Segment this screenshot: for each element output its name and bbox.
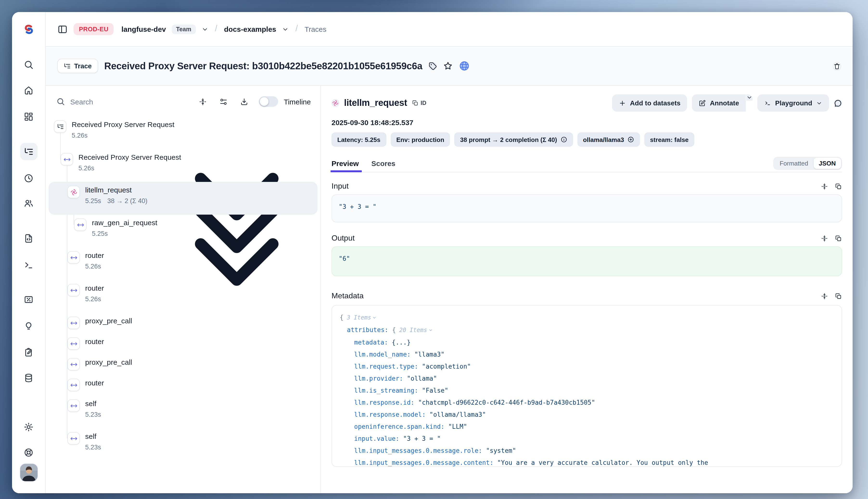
copy-icon[interactable] <box>835 234 842 242</box>
breadcrumb-divider: / <box>215 24 217 34</box>
sidebar-item-prompts[interactable] <box>20 230 37 247</box>
user-avatar[interactable] <box>20 464 37 481</box>
sidebar-item-datasets[interactable] <box>20 369 37 386</box>
generation-icon <box>70 188 77 196</box>
copy-icon <box>412 100 419 106</box>
trace-header: Trace Received Proxy Server Request: b30… <box>46 47 853 86</box>
tree-node-proxy-pre-call[interactable]: proxy_pre_call <box>49 313 318 333</box>
json-brace: { <box>340 314 344 321</box>
input-value: "3 + 3 = " <box>331 194 842 222</box>
playground-button[interactable]: Playground <box>757 94 829 112</box>
json-row: attributes: {20 Items <box>340 324 834 336</box>
org-type-badge: Team <box>172 24 196 34</box>
sidebar-item-support[interactable] <box>20 444 37 461</box>
sidebar-item-traces[interactable] <box>20 143 37 160</box>
langfuse-logo[interactable] <box>12 12 46 47</box>
trace-icon <box>57 123 64 130</box>
project-chevron-down-icon[interactable] <box>282 26 289 33</box>
datasets-icon <box>24 373 34 383</box>
span-icon <box>70 402 77 409</box>
org-name[interactable]: langfuse-dev <box>122 25 166 33</box>
tree-node-proxy-pre-call[interactable]: proxy_pre_call <box>49 354 318 375</box>
span-icon <box>70 287 77 294</box>
display-settings-icon[interactable] <box>219 97 228 106</box>
metadata-section-header: Metadata <box>331 292 842 300</box>
copy-id-button[interactable]: ID <box>412 100 426 106</box>
star-icon[interactable] <box>443 61 453 71</box>
json-key: llm.input_messages.0.message.role: <box>354 447 482 454</box>
tab-preview[interactable]: Preview <box>331 155 359 172</box>
sidebar-item-home[interactable] <box>20 81 37 99</box>
terminal-icon <box>764 99 771 107</box>
json-key: metadata: <box>354 339 388 346</box>
format-option-json[interactable]: JSON <box>814 158 841 169</box>
observation-badge: Env: production <box>390 132 450 147</box>
format-option-formatted[interactable]: Formatted <box>774 158 814 169</box>
tree-node-router[interactable]: router5.26s <box>49 280 318 313</box>
sidebar-item-dashboard[interactable] <box>20 108 37 125</box>
sidebar-item-search[interactable] <box>20 56 37 73</box>
tree-node-self[interactable]: self5.23s <box>49 428 318 461</box>
json-key: llm.request.type: <box>354 363 418 370</box>
json-brace: { <box>392 326 396 333</box>
sidebar-item-evaluation[interactable] <box>20 291 37 308</box>
tree-node-self[interactable]: self5.23s <box>49 395 318 428</box>
ideas-icon <box>24 321 34 331</box>
observation-badge: Latency: 5.25s <box>331 132 386 147</box>
metadata-label: Metadata <box>331 292 364 300</box>
span-icon <box>70 254 77 261</box>
sidebar-item-users[interactable] <box>20 194 37 212</box>
fold-vertical-icon[interactable] <box>821 292 828 300</box>
node-duration: 5.26s <box>72 131 88 140</box>
panel-left-icon[interactable] <box>57 24 68 34</box>
sidebar-item-ideas[interactable] <box>20 317 37 334</box>
json-collapse-hint[interactable]: 20 Items <box>399 327 433 333</box>
project-name[interactable]: docs-examples <box>224 25 276 33</box>
tree-node-received-proxy-server-request[interactable]: Received Proxy Server Request5.26s <box>49 149 318 182</box>
tab-scores[interactable]: Scores <box>371 155 395 172</box>
chevron-down-icon <box>816 100 822 106</box>
fold-vertical-icon[interactable] <box>821 183 828 190</box>
annotate-dropdown-chevron[interactable] <box>746 94 753 100</box>
globe-icon[interactable] <box>459 61 469 71</box>
tree-node-raw-gen-ai-request[interactable]: raw_gen_ai_request5.25s <box>49 215 318 247</box>
collapse-all-icon[interactable] <box>199 97 207 106</box>
tag-icon[interactable] <box>429 62 437 70</box>
fold-vertical-icon[interactable] <box>821 234 828 242</box>
sidebar-item-sessions[interactable] <box>20 169 37 187</box>
annotate-button[interactable]: Annotate <box>692 94 746 112</box>
plus-circle-icon[interactable] <box>627 136 634 143</box>
sidebar-item-playground[interactable] <box>20 256 37 273</box>
trace-tree-panel: Timeline Received Proxy Server Request5.… <box>46 86 321 493</box>
delete-trace-button[interactable] <box>833 62 841 70</box>
timeline-toggle[interactable] <box>259 96 278 107</box>
tree-node-router[interactable]: router5.26s <box>49 247 318 280</box>
playground-icon <box>24 259 34 270</box>
copy-icon[interactable] <box>835 183 842 190</box>
breadcrumb-section[interactable]: Traces <box>305 25 327 33</box>
sidebar-item-settings[interactable] <box>20 418 37 436</box>
json-value: "ollama" <box>407 375 437 382</box>
traces-icon <box>24 147 34 157</box>
add-to-datasets-button[interactable]: Add to datasets <box>612 94 687 112</box>
tree-node-router[interactable]: router <box>49 375 318 395</box>
json-row: llm.response.id: "chatcmpl-d96622c0-c642… <box>340 397 834 409</box>
node-name: router <box>85 336 104 346</box>
node-name: litellm_request <box>85 185 147 195</box>
search-input[interactable] <box>70 97 128 106</box>
copy-icon[interactable] <box>835 292 842 300</box>
tree-node-received-proxy-server-request[interactable]: Received Proxy Server Request5.26s <box>49 117 318 149</box>
node-name: router <box>85 250 104 260</box>
info-icon[interactable] <box>560 136 567 143</box>
org-chevron-down-icon[interactable] <box>201 26 208 33</box>
download-icon[interactable] <box>240 97 248 106</box>
tree-node-litellm-request[interactable]: litellm_request5.25s38 → 2 (Σ 40) <box>49 182 318 215</box>
top-navbar: PROD-EU langfuse-dev Team / docs-example… <box>46 12 853 47</box>
sidebar-item-annotation[interactable] <box>20 343 37 361</box>
badge-text: 38 prompt → 2 completion (Σ 40) <box>460 136 557 143</box>
generation-icon <box>331 99 339 107</box>
json-collapse-hint[interactable]: 3 Items <box>347 314 377 321</box>
comments-button[interactable] <box>834 99 842 107</box>
tree-node-router[interactable]: router <box>49 333 318 354</box>
json-value: "3 + 3 = " <box>403 435 441 442</box>
